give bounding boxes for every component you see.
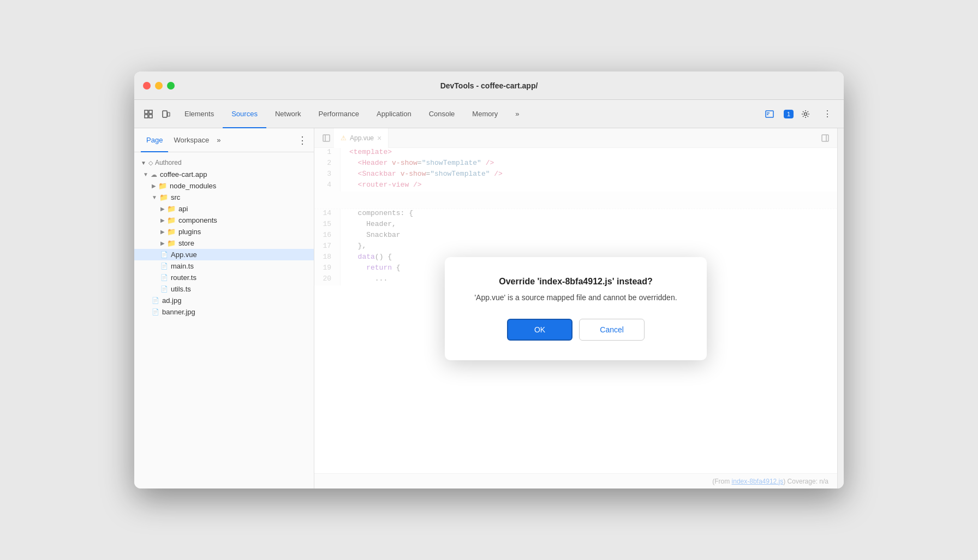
inspect-icon[interactable]	[141, 106, 156, 122]
folder-icon-src: 📁	[159, 193, 168, 201]
main-layout: Page Workspace » ⋮ ▼ ◇ Authored ▼	[134, 128, 844, 488]
tree-item-store[interactable]: ▶ 📁 store	[134, 237, 314, 249]
file-icon-main-ts: 📄	[160, 263, 168, 270]
traffic-lights	[143, 82, 175, 90]
authored-code-icon: ◇	[148, 159, 153, 166]
sidebar-tab-more[interactable]: »	[214, 136, 223, 144]
sidebar-tab-bar: Page Workspace » ⋮	[134, 128, 314, 152]
code-area: ⚠ App.vue × 1 <template>	[314, 128, 837, 488]
folder-icon-api: 📁	[167, 205, 176, 213]
svg-rect-4	[163, 111, 167, 117]
tab-console[interactable]: Console	[420, 100, 464, 128]
domain-arrow: ▼	[143, 171, 148, 177]
folder-name-src: src	[171, 193, 180, 201]
file-name-app-vue: App.vue	[171, 251, 197, 259]
dialog-message: 'App.vue' is a source mapped file and ca…	[471, 292, 681, 303]
folder-icon-store: 📁	[167, 239, 176, 247]
tree-item-ad-jpg[interactable]: 📄 ad.jpg	[134, 295, 314, 306]
device-icon[interactable]	[158, 106, 174, 122]
tree-item-src[interactable]: ▼ 📁 src	[134, 192, 314, 203]
tree-item-banner-jpg[interactable]: 📄 banner.jpg	[134, 306, 314, 318]
tab-elements[interactable]: Elements	[176, 100, 223, 128]
sidebar: Page Workspace » ⋮ ▼ ◇ Authored ▼	[134, 128, 314, 488]
tree-item-node-modules[interactable]: ▶ 📁 node_modules	[134, 180, 314, 192]
tab-performance[interactable]: Performance	[310, 100, 368, 128]
console-badge: 1	[784, 110, 794, 118]
file-name-ad-jpg: ad.jpg	[162, 296, 181, 305]
tab-more[interactable]: »	[506, 100, 528, 128]
tree-item-api[interactable]: ▶ 📁 api	[134, 203, 314, 215]
folder-arrow-store: ▶	[160, 240, 165, 246]
minimize-button[interactable]	[155, 82, 163, 90]
toolbar: Elements Sources Network Performance App…	[134, 100, 844, 128]
folder-arrow-comp: ▶	[160, 217, 165, 223]
more-options-icon[interactable]: ⋮	[820, 106, 835, 122]
file-icon-app-vue: 📄	[160, 251, 168, 258]
dialog-cancel-button[interactable]: Cancel	[579, 319, 645, 341]
dialog-overlay: Override 'index-8bfa4912.js' instead? 'A…	[314, 128, 837, 488]
folder-name-node: node_modules	[170, 182, 216, 190]
folder-arrow-src: ▼	[152, 194, 157, 200]
dialog-ok-button[interactable]: OK	[507, 319, 573, 341]
file-name-utils-ts: utils.ts	[171, 285, 191, 293]
folder-arrow-node: ▶	[152, 183, 156, 189]
sidebar-options-icon[interactable]: ⋮	[297, 134, 307, 146]
folder-arrow-plugins: ▶	[160, 229, 165, 235]
tab-memory[interactable]: Memory	[463, 100, 506, 128]
domain-name: coffee-cart.app	[160, 170, 207, 178]
dialog-buttons: OK Cancel	[471, 319, 681, 341]
cloud-icon: ☁	[151, 171, 157, 178]
tab-application[interactable]: Application	[368, 100, 420, 128]
file-tree: ▼ ◇ Authored ▼ ☁ coffee-cart.app ▶ 📁 nod…	[134, 152, 314, 488]
dialog-title: Override 'index-8bfa4912.js' instead?	[471, 277, 681, 287]
svg-point-9	[804, 112, 807, 115]
tree-item-plugins[interactable]: ▶ 📁 plugins	[134, 226, 314, 237]
folder-name-plugins: plugins	[178, 228, 201, 236]
scrollbar-area[interactable]	[837, 128, 844, 488]
tab-sources[interactable]: Sources	[223, 100, 266, 128]
svg-rect-6	[766, 111, 773, 117]
folder-arrow-api: ▶	[160, 206, 165, 212]
tree-item-domain[interactable]: ▼ ☁ coffee-cart.app	[134, 169, 314, 180]
toolbar-right: 1 ⋮	[762, 106, 837, 122]
tree-item-utils-ts[interactable]: 📄 utils.ts	[134, 283, 314, 295]
svg-rect-0	[145, 110, 148, 114]
folder-icon-comp: 📁	[167, 216, 176, 224]
file-name-router-ts: router.ts	[171, 273, 196, 282]
file-icon-banner-jpg: 📄	[152, 308, 159, 315]
sidebar-tab-page[interactable]: Page	[141, 128, 168, 152]
authored-section[interactable]: ▼ ◇ Authored	[134, 157, 314, 169]
file-icon-utils-ts: 📄	[160, 285, 168, 293]
svg-rect-1	[149, 110, 152, 114]
close-button[interactable]	[143, 82, 151, 90]
tree-item-router-ts[interactable]: 📄 router.ts	[134, 272, 314, 283]
svg-rect-3	[149, 115, 152, 118]
tree-item-components[interactable]: ▶ 📁 components	[134, 215, 314, 226]
tree-item-main-ts[interactable]: 📄 main.ts	[134, 260, 314, 272]
folder-name-comp: components	[178, 216, 217, 224]
file-icon-ad-jpg: 📄	[152, 297, 159, 304]
file-name-main-ts: main.ts	[171, 262, 194, 270]
devtools-window: DevTools - coffee-cart.app/ Elements Sou…	[134, 72, 844, 488]
authored-arrow: ▼	[141, 160, 146, 166]
svg-rect-2	[145, 115, 148, 118]
file-icon-router-ts: 📄	[160, 274, 168, 281]
folder-name-store: store	[178, 239, 194, 247]
console-icon[interactable]	[762, 106, 777, 122]
folder-name-api: api	[178, 205, 188, 213]
title-bar: DevTools - coffee-cart.app/	[134, 72, 844, 100]
tab-network[interactable]: Network	[266, 100, 310, 128]
tree-item-app-vue[interactable]: 📄 App.vue	[134, 249, 314, 260]
maximize-button[interactable]	[167, 82, 175, 90]
file-name-banner-jpg: banner.jpg	[162, 308, 195, 316]
folder-icon-plugins: 📁	[167, 228, 176, 236]
sidebar-tab-workspace[interactable]: Workspace	[168, 128, 214, 152]
dialog: Override 'index-8bfa4912.js' instead? 'A…	[445, 257, 707, 360]
window-title: DevTools - coffee-cart.app/	[440, 81, 538, 90]
settings-icon[interactable]	[798, 106, 813, 122]
svg-rect-5	[168, 112, 170, 116]
folder-icon-node: 📁	[158, 182, 167, 190]
